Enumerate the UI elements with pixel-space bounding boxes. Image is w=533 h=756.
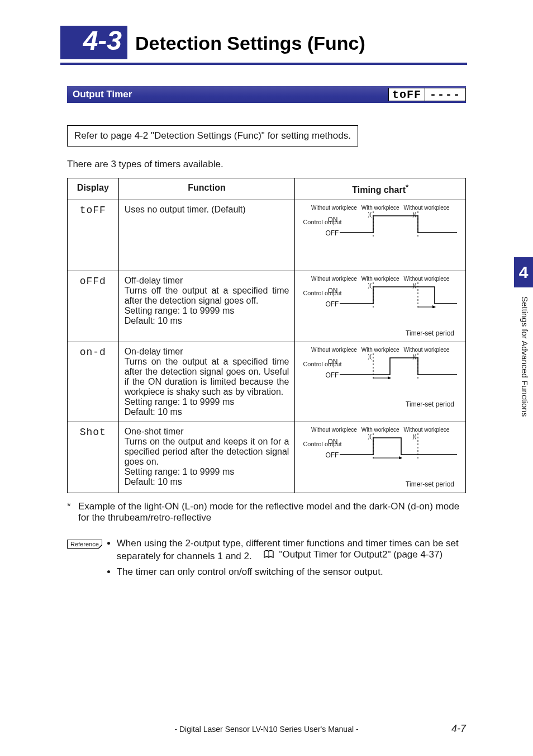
chapter-number-badge: 4-3 xyxy=(60,26,127,59)
timing-waveform xyxy=(340,282,457,308)
function-cell: One-shot timerTurns on the output and ke… xyxy=(118,422,295,493)
table-row: ShotOne-shot timerTurns on the output an… xyxy=(68,422,466,493)
segment-display-key: toFF xyxy=(388,88,425,101)
reference-item: When using the 2-output type, different … xyxy=(117,538,466,562)
display-cell: toFF xyxy=(68,200,119,271)
segment-display-value: ---- xyxy=(425,88,466,101)
section-code-display: toFF ---- xyxy=(388,86,466,103)
reference-list: When using the 2-output type, different … xyxy=(108,538,466,582)
display-cell: oFFd xyxy=(68,271,119,342)
timer-types-table: Display Function Timing chart* toFFUses … xyxy=(67,178,466,493)
col-function-header: Function xyxy=(118,178,295,200)
table-row: on-dOn-delay timerTurns on the output at… xyxy=(68,342,466,422)
section-title: Output Timer xyxy=(73,89,132,100)
display-cell: on-d xyxy=(68,342,119,422)
footnote-text: Example of the light-ON (L-on) mode for … xyxy=(78,501,466,523)
reference-book-text: "Output Timer for Output2" (page 4-37) xyxy=(279,549,442,560)
timing-chart-cell: Without workpieceWith workpieceWithout w… xyxy=(295,200,466,271)
timing-chart-cell: Without workpieceWith workpieceWithout w… xyxy=(295,342,466,422)
footnote-marker: * xyxy=(67,501,78,523)
table-row: toFFUses no output timer. (Default) With… xyxy=(68,200,466,271)
col-display-header: Display xyxy=(68,178,119,200)
side-chapter-caption: Settings for Advanced Functions xyxy=(520,296,530,417)
book-icon xyxy=(263,550,274,559)
page-number: 4-7 xyxy=(451,723,466,735)
col-timing-header: Timing chart* xyxy=(295,178,466,200)
section-heading-bar: Output Timer toFF ---- xyxy=(67,86,466,103)
table-footnote: * Example of the light-ON (L-on) mode fo… xyxy=(67,501,466,523)
function-cell: Uses no output timer. (Default) xyxy=(118,200,295,271)
reference-item: The timer can only control on/off switch… xyxy=(117,566,466,578)
timing-waveform xyxy=(340,353,457,379)
function-cell: On-delay timerTurns on the output at a s… xyxy=(118,342,295,422)
timing-waveform xyxy=(340,433,457,459)
setting-method-reference-box: Refer to page 4-2 "Detection Settings (F… xyxy=(67,125,358,147)
timing-chart-cell: Without workpieceWith workpieceWithout w… xyxy=(295,422,466,493)
timing-chart-cell: Without workpieceWith workpieceWithout w… xyxy=(295,271,466,342)
side-chapter-tab: 4 xyxy=(514,257,533,287)
function-cell: Off-delay timerTurns off the output at a… xyxy=(118,271,295,342)
table-row: oFFdOff-delay timerTurns off the output … xyxy=(68,271,466,342)
timing-waveform xyxy=(340,211,457,237)
section-lede: There are 3 types of timers available. xyxy=(67,159,466,170)
display-cell: Shot xyxy=(68,422,119,493)
reference-badge: Reference xyxy=(67,540,102,549)
